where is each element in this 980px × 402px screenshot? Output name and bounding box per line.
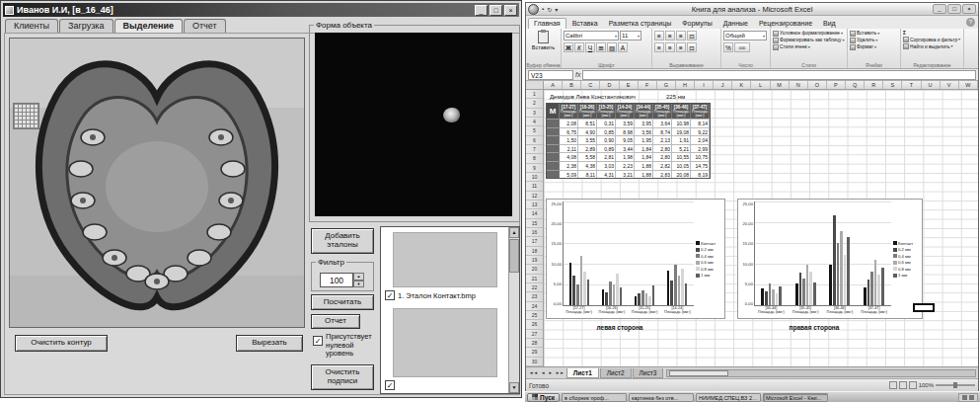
- help-icon[interactable]: ?: [966, 18, 975, 27]
- next-sheet-icon[interactable]: ►: [547, 370, 553, 375]
- left-tab-1[interactable]: Клиенты: [5, 19, 58, 33]
- chart-left-side[interactable]: 25,0020,0015,0010,005,000,00 [17-27]Площ…: [546, 199, 725, 319]
- maximize-button[interactable]: □: [490, 5, 502, 16]
- row-header-10[interactable]: 10: [526, 173, 543, 182]
- column-header-N[interactable]: N: [790, 81, 808, 89]
- row-header-3[interactable]: 3: [526, 109, 543, 118]
- align-right-icon[interactable]: ≡: [676, 42, 686, 52]
- taskbar-item-1[interactable]: в сборник проф...: [562, 393, 627, 402]
- merge-center-icon[interactable]: ⊡: [687, 42, 697, 52]
- row-header-5[interactable]: 5: [526, 126, 543, 135]
- row-header-17[interactable]: 17: [526, 237, 543, 246]
- last-sheet-icon[interactable]: ►►: [555, 370, 565, 375]
- scrollbar-thumb[interactable]: [509, 239, 519, 273]
- percent-style-icon[interactable]: %: [723, 42, 733, 52]
- template-item-row[interactable]: ✓ 1. Эталон Контакт.bmp: [385, 290, 476, 300]
- quick-access-toolbar[interactable]: ▪ ↻ ▾: [542, 6, 558, 13]
- ribbon-tab-2[interactable]: Вставка: [567, 19, 603, 29]
- taskbar-item-3[interactable]: НИИМЕД.СПЕЦ.ВЗ 2012: [696, 393, 761, 402]
- column-header-W[interactable]: W: [959, 81, 978, 89]
- row-header-30[interactable]: 30: [526, 358, 543, 366]
- ribbon-tab-3[interactable]: Разметка страницы: [604, 19, 677, 29]
- column-header-L[interactable]: L: [751, 81, 770, 89]
- row-header-1[interactable]: 1: [526, 90, 543, 99]
- editing-button-1[interactable]: Сортировка и фильтр▾: [903, 37, 961, 42]
- align-middle-icon[interactable]: ≡: [665, 31, 675, 40]
- column-header-J[interactable]: J: [714, 81, 732, 89]
- column-header-O[interactable]: O: [808, 81, 827, 89]
- column-header-A[interactable]: A: [544, 81, 563, 89]
- column-header-H[interactable]: H: [676, 81, 695, 89]
- row-header-6[interactable]: 6: [526, 136, 543, 145]
- taskbar-item-4[interactable]: Microsoft Excel - Кни...: [763, 393, 828, 402]
- underline-button[interactable]: Ч: [585, 42, 595, 52]
- row-header-19[interactable]: 19: [526, 256, 543, 265]
- horizontal-scrollbar[interactable]: [666, 369, 976, 377]
- column-header-U[interactable]: U: [922, 81, 941, 89]
- bold-button[interactable]: Ж: [564, 42, 573, 52]
- column-header-R[interactable]: R: [865, 81, 883, 89]
- number-format-select[interactable]: Общий▾: [723, 31, 767, 40]
- editing-button-2[interactable]: Найти и выделить▾: [903, 43, 961, 49]
- zoom-slider[interactable]: [936, 384, 975, 386]
- row-header-22[interactable]: 22: [526, 283, 543, 292]
- excel-close-button[interactable]: ×: [962, 4, 976, 14]
- template-thumbnail-2[interactable]: [393, 308, 497, 377]
- ribbon-tab-6[interactable]: Рецензирование: [754, 19, 817, 29]
- close-button[interactable]: ×: [504, 5, 517, 16]
- column-header-P[interactable]: P: [827, 81, 846, 89]
- excel-minimize-button[interactable]: _: [933, 4, 946, 14]
- column-header-G[interactable]: G: [657, 81, 676, 89]
- template-checkbox-2[interactable]: ✓: [385, 380, 395, 390]
- report-button[interactable]: Отчет: [311, 314, 360, 329]
- excel-title-bar[interactable]: ▪ ↻ ▾ Книга для анализа - Microsoft Exce…: [526, 3, 978, 16]
- spinner-up-icon[interactable]: ▲: [353, 273, 364, 281]
- spreadsheet-cells[interactable]: Демидов Лева Константинович 225 нм М[17-…: [544, 90, 978, 366]
- column-header-V[interactable]: V: [941, 81, 959, 89]
- row-header-24[interactable]: 24: [526, 302, 543, 311]
- row-header-20[interactable]: 20: [526, 265, 543, 274]
- zero-level-checkbox[interactable]: ✓: [313, 336, 323, 346]
- prev-sheet-icon[interactable]: ◄: [540, 370, 546, 375]
- row-header-9[interactable]: 9: [526, 164, 543, 173]
- cells-button-2[interactable]: Удалить▾: [850, 38, 898, 43]
- selected-cell[interactable]: [913, 303, 935, 312]
- row-header-26[interactable]: 26: [526, 320, 543, 329]
- page-layout-view-icon[interactable]: [899, 381, 907, 389]
- normal-view-icon[interactable]: [889, 381, 897, 389]
- zoom-slider-knob[interactable]: [953, 382, 957, 388]
- cells-button-1[interactable]: Вставить▾: [850, 31, 898, 37]
- row-header-27[interactable]: 27: [526, 330, 543, 339]
- template-list[interactable]: ✓ 1. Эталон Контакт.bmp ✓ ▲ ▼: [380, 226, 520, 394]
- scroll-down-icon[interactable]: ▼: [509, 382, 519, 393]
- row-header-18[interactable]: 18: [526, 247, 543, 256]
- count-button[interactable]: Посчитать: [311, 294, 374, 310]
- template-thumbnail-1[interactable]: [393, 232, 497, 287]
- fill-color-icon[interactable]: ▨: [607, 42, 617, 52]
- template-list-scrollbar[interactable]: ▲ ▼: [508, 227, 519, 393]
- left-tab-2[interactable]: Загрузка: [59, 19, 113, 33]
- styles-button-3[interactable]: Стили ячеек▾: [773, 44, 845, 50]
- column-header-T[interactable]: T: [902, 81, 921, 89]
- tray-icon[interactable]: [962, 395, 967, 400]
- align-bottom-icon[interactable]: ≡: [676, 31, 686, 40]
- page-break-view-icon[interactable]: [909, 381, 917, 389]
- row-header-15[interactable]: 15: [526, 219, 543, 228]
- select-all-corner[interactable]: [526, 81, 544, 89]
- row-header-4[interactable]: 4: [526, 118, 543, 126]
- excel-maximize-button[interactable]: □: [947, 4, 961, 14]
- ribbon-tab-7[interactable]: Вид: [818, 19, 841, 29]
- cells-button-3[interactable]: Формат▾: [850, 44, 898, 50]
- title-bar[interactable]: Иванов И.И, [в_16_46] _ □ ×: [3, 3, 519, 17]
- system-tray[interactable]: [958, 393, 978, 402]
- tray-icon[interactable]: [969, 395, 974, 400]
- styles-button-1[interactable]: Условное форматирование▾: [773, 31, 845, 37]
- cut-button[interactable]: Вырезать: [236, 335, 303, 352]
- column-header-C[interactable]: C: [581, 81, 600, 89]
- chart-right-side[interactable]: 25,0020,0015,0010,005,000,00 [34-44]Площ…: [737, 199, 923, 319]
- row-header-8[interactable]: 8: [526, 154, 543, 163]
- row-header-14[interactable]: 14: [526, 209, 543, 218]
- column-header-D[interactable]: D: [600, 81, 619, 89]
- font-color-icon[interactable]: А: [618, 42, 628, 52]
- comma-style-icon[interactable]: 000: [734, 42, 750, 52]
